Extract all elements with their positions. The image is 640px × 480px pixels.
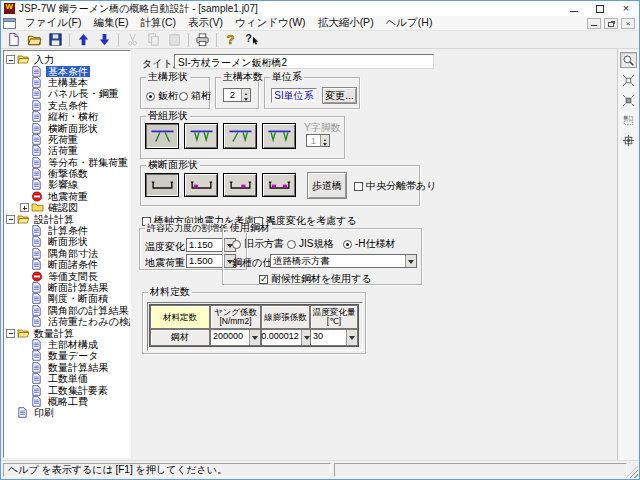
mdi-close-icon: × — [626, 19, 631, 28]
tree-item-5[interactable]: 縦桁・横桁 — [4, 111, 130, 122]
resize-grip[interactable] — [626, 466, 638, 478]
tree-item-7[interactable]: 死荷重 — [4, 134, 130, 145]
tree-item-14[interactable]: 設計計算 — [4, 213, 130, 224]
zoom-partial-button[interactable] — [620, 112, 637, 128]
tree-item-22[interactable]: 隅角部の計算結果 — [4, 305, 130, 316]
zoom-magnifier-button[interactable] — [620, 52, 637, 68]
tree-item-29[interactable]: 工数集計要素 — [4, 384, 130, 395]
dropdown-arrow-icon[interactable] — [405, 255, 416, 267]
save-button[interactable] — [45, 32, 66, 48]
tree-item-label: 影響線 — [46, 179, 80, 190]
menu-v[interactable]: 表示(V) — [182, 16, 229, 30]
walkway-bridge-button[interactable]: 歩道橋 — [307, 172, 347, 199]
zoom-shrink-button[interactable] — [620, 92, 637, 108]
checkbox-icon — [354, 182, 363, 191]
cross-section-type-1-button[interactable] — [145, 173, 179, 197]
mdi-close-button[interactable]: × — [621, 18, 635, 29]
collapse-icon[interactable] — [6, 329, 15, 338]
doc-icon — [31, 248, 44, 259]
tree-item-27[interactable]: 数量計算結果 — [4, 362, 130, 373]
menu-f[interactable]: ファイル(F) — [19, 16, 87, 30]
new-doc-button[interactable] — [3, 32, 24, 48]
tree-item-17[interactable]: 隅角部寸法 — [4, 248, 130, 259]
close-icon: × — [623, 3, 629, 14]
mdi-minimize-button[interactable] — [587, 18, 601, 29]
zoom-center-button[interactable] — [620, 132, 637, 148]
tree-item-24[interactable]: 数量計算 — [4, 327, 130, 338]
tree-item-10[interactable]: 衝撃係数 — [4, 168, 130, 179]
tree-item-28[interactable]: 工数単価 — [4, 373, 130, 384]
arrow-up-button[interactable] — [73, 32, 94, 48]
collapse-icon[interactable] — [6, 55, 15, 64]
stepper-arrows-icon[interactable] — [241, 89, 250, 101]
menu-w[interactable]: ウィンドウ(W) — [229, 16, 312, 30]
navigation-tree[interactable]: 入力基本条件主構基本パネル長・鋼重支点条件縦桁・横桁横断面形状死荷重活荷重等分布… — [3, 50, 131, 458]
frame-type-4-button[interactable] — [262, 123, 296, 149]
collapse-icon[interactable] — [6, 215, 15, 224]
tree-item-26[interactable]: 数量データ — [4, 350, 130, 361]
cross-section-type-2-button[interactable] — [184, 173, 218, 197]
tree-item-0[interactable]: 入力 — [4, 54, 130, 65]
menu-p[interactable]: 拡大縮小(P) — [312, 16, 380, 30]
expansion-coeff-combobox[interactable]: 0.000012 — [261, 329, 310, 346]
steel-spec-combobox[interactable]: 道路橋示方書 — [270, 254, 417, 268]
open-folder-button[interactable] — [24, 32, 45, 48]
tree-item-12[interactable]: 地震荷重 — [4, 191, 130, 202]
tree-item-6[interactable]: 横断面形状 — [4, 122, 130, 133]
maximize-button[interactable] — [587, 1, 613, 16]
tree-item-3[interactable]: パネル長・鋼重 — [4, 88, 130, 99]
tree-item-19[interactable]: 等価支間長 — [4, 270, 130, 281]
radio-plate-girder[interactable]: 鈑桁 — [146, 89, 178, 103]
cross-section-type-4-button[interactable] — [262, 173, 296, 197]
median-strip-checkbox[interactable]: 中央分離帯あり — [354, 179, 436, 193]
girder-count-stepper[interactable]: 2 — [223, 88, 251, 102]
tree-item-13[interactable]: 確認図 — [4, 202, 130, 213]
frame-type-2-button[interactable] — [184, 123, 218, 149]
title-input[interactable]: SI-方杖ラーメン鈑桁橋2 — [174, 54, 434, 69]
menu-c[interactable]: 計算(C) — [134, 16, 182, 30]
print-button[interactable] — [192, 32, 213, 48]
radio-h-spec-material[interactable]: -H仕様材 — [343, 237, 396, 251]
cross-section-type-3-button[interactable] — [223, 173, 257, 197]
temp-change-combobox[interactable]: 30 — [310, 329, 358, 346]
dropdown-arrow-icon[interactable] — [346, 330, 357, 345]
help-button[interactable]: ? — [220, 32, 241, 48]
weathering-steel-checkbox[interactable]: 耐候性鋼材を使用する — [259, 272, 372, 286]
radio-box-girder[interactable]: 箱桁 — [179, 89, 211, 103]
close-button[interactable]: × — [613, 1, 639, 16]
tree-item-4[interactable]: 支点条件 — [4, 100, 130, 111]
minimize-button[interactable] — [561, 1, 587, 16]
tree-item-25[interactable]: 主部材構成 — [4, 339, 130, 350]
minimize-icon — [570, 11, 578, 12]
radio-old-spec[interactable]: 旧示方書 — [232, 237, 284, 251]
frame-type-1-button[interactable] — [145, 123, 179, 149]
change-unit-button[interactable]: 変更... — [322, 87, 357, 104]
document-window-icon[interactable] — [3, 18, 16, 29]
tree-item-31[interactable]: 印刷 — [4, 407, 130, 418]
radio-jis-standard[interactable]: JIS規格 — [287, 237, 333, 251]
arrow-down-button[interactable] — [94, 32, 115, 48]
zoom-fit-button[interactable] — [620, 72, 637, 88]
tree-item-30[interactable]: 概略工費 — [4, 396, 130, 407]
tree-item-2[interactable]: 主構基本 — [4, 77, 130, 88]
expand-icon[interactable] — [20, 203, 29, 212]
material-table-header: 材料定数 — [150, 305, 210, 329]
menu-e[interactable]: 編集(E) — [87, 16, 134, 30]
tree-item-9[interactable]: 等分布・群集荷重 — [4, 157, 130, 168]
tree-item-1[interactable]: 基本条件 — [4, 65, 130, 76]
menu-h[interactable]: ヘルプ(H) — [380, 16, 439, 30]
frame-type-3-button[interactable] — [223, 123, 257, 149]
tree-item-20[interactable]: 断面計算結果 — [4, 282, 130, 293]
context-help-button[interactable]: ? — [241, 32, 262, 48]
tree-item-21[interactable]: 剛度・断面積 — [4, 293, 130, 304]
tree-item-11[interactable]: 影響線 — [4, 179, 130, 190]
mdi-restore-button[interactable] — [604, 18, 618, 29]
tree-item-8[interactable]: 活荷重 — [4, 145, 130, 156]
tree-item-16[interactable]: 断面形状 — [4, 236, 130, 247]
seismic-factor-label: 地震荷重 — [145, 256, 185, 270]
youngs-modulus-combobox[interactable]: 200000 — [210, 329, 261, 346]
tree-item-23[interactable]: 活荷重たわみの検討 — [4, 316, 130, 327]
tree-item-18[interactable]: 断面諸条件 — [4, 259, 130, 270]
main-content: 入力基本条件主構基本パネル長・鋼重支点条件縦桁・横桁横断面形状死荷重活荷重等分布… — [1, 49, 639, 460]
tree-item-15[interactable]: 計算条件 — [4, 225, 130, 236]
